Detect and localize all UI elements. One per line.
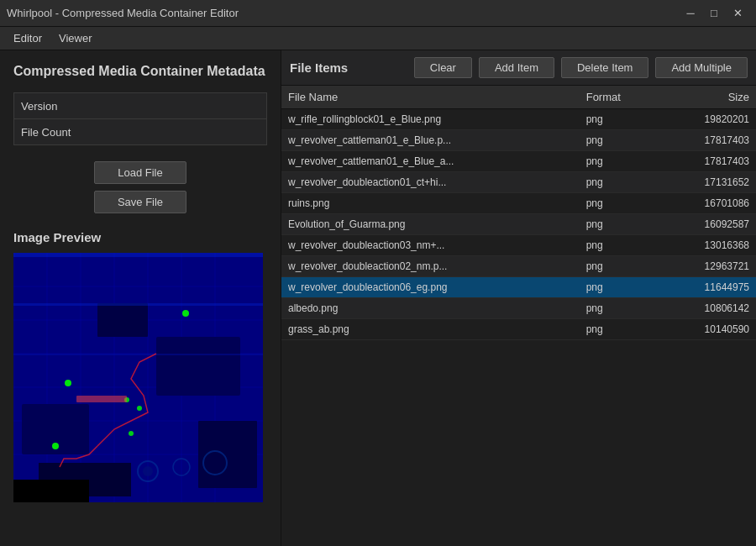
file-size-cell: 10806142 — [659, 298, 756, 319]
file-format-cell: png — [580, 193, 659, 214]
file-name-cell: w_revolver_doubleaction03_nm+... — [281, 235, 580, 256]
file-format-cell: png — [580, 277, 659, 298]
file-size-cell: 12963721 — [659, 256, 756, 277]
svg-rect-28 — [76, 396, 127, 402]
svg-rect-16 — [156, 337, 240, 396]
table-row[interactable]: Evolution_of_Guarma.pngpng16092587 — [281, 214, 756, 235]
add-multiple-button[interactable]: Add Multiple — [655, 57, 748, 78]
file-items-table: File Name Format Size w_rifle_rollingblo… — [281, 86, 756, 340]
titlebar: Whirlpool - Compressed Media Container E… — [0, 0, 756, 27]
add-item-button[interactable]: Add Item — [479, 57, 554, 78]
file-format-cell: png — [580, 109, 659, 130]
file-size-cell: 19820201 — [659, 109, 756, 130]
minimize-button[interactable]: ─ — [679, 2, 702, 25]
file-name-cell: albedo.png — [281, 298, 580, 319]
save-file-button[interactable]: Save File — [94, 191, 186, 213]
table-row[interactable]: ruins.pngpng16701086 — [281, 193, 756, 214]
file-count-input[interactable] — [88, 126, 260, 139]
file-name-cell: grass_ab.png — [281, 319, 580, 340]
table-row[interactable]: w_revolver_doubleaction06_eg.pngpng11644… — [281, 277, 756, 298]
file-table-container[interactable]: File Name Format Size w_rifle_rollingblo… — [281, 86, 756, 546]
preview-image — [13, 253, 263, 502]
file-size-cell: 10140590 — [659, 319, 756, 340]
main-layout: Compressed Media Container Metadata Vers… — [0, 50, 756, 546]
table-row[interactable]: w_revolver_cattleman01_e_Blue.p...png178… — [281, 130, 756, 151]
menu-item-viewer[interactable]: Viewer — [50, 29, 101, 48]
file-format-cell: png — [580, 298, 659, 319]
version-field-row: Version — [13, 92, 267, 119]
svg-point-22 — [65, 380, 71, 386]
file-name-cell: w_revolver_doubleaction01_ct+hi... — [281, 172, 580, 193]
image-preview-box — [13, 253, 263, 502]
table-body: w_rifle_rollingblock01_e_Blue.pngpng1982… — [281, 109, 756, 340]
file-items-toolbar: File Items Clear Add Item Delete Item Ad… — [281, 50, 756, 86]
file-name-cell: w_revolver_cattleman01_e_Blue.p... — [281, 130, 580, 151]
svg-rect-21 — [13, 354, 263, 355]
svg-point-30 — [143, 466, 153, 476]
file-size-cell: 17131652 — [659, 172, 756, 193]
left-panel: Compressed Media Container Metadata Vers… — [0, 50, 281, 546]
file-buttons: Load File Save File — [13, 161, 267, 213]
file-format-cell: png — [580, 256, 659, 277]
svg-point-23 — [182, 310, 189, 317]
menu-item-editor[interactable]: Editor — [5, 29, 50, 48]
file-size-cell: 16701086 — [659, 193, 756, 214]
file-count-label: File Count — [21, 126, 88, 139]
svg-rect-15 — [97, 303, 148, 337]
file-name-cell: w_revolver_doubleaction02_nm.p... — [281, 256, 580, 277]
file-name-cell: Evolution_of_Guarma.png — [281, 214, 580, 235]
table-row[interactable]: w_rifle_rollingblock01_e_Blue.pngpng1982… — [281, 109, 756, 130]
file-count-field-row: File Count — [13, 118, 267, 145]
table-row[interactable]: albedo.pngpng10806142 — [281, 298, 756, 319]
table-row[interactable]: w_revolver_cattleman01_e_Blue_a...png178… — [281, 151, 756, 172]
file-format-cell: png — [580, 235, 659, 256]
menubar: EditorViewer — [0, 27, 756, 50]
svg-point-26 — [129, 431, 134, 436]
image-preview-label: Image Preview — [13, 230, 267, 244]
table-header-row: File Name Format Size — [281, 86, 756, 109]
maximize-button[interactable]: □ — [702, 2, 726, 25]
svg-rect-20 — [13, 303, 263, 306]
file-name-cell: w_revolver_doubleaction06_eg.png — [281, 277, 580, 298]
file-format-cell: png — [580, 151, 659, 172]
file-size-cell: 17817403 — [659, 130, 756, 151]
file-size-cell: 11644975 — [659, 277, 756, 298]
file-size-cell: 16092587 — [659, 214, 756, 235]
svg-point-27 — [52, 443, 59, 449]
file-format-cell: png — [580, 214, 659, 235]
file-items-title: File Items — [290, 60, 407, 75]
version-input[interactable] — [88, 100, 260, 113]
delete-item-button[interactable]: Delete Item — [561, 57, 648, 78]
col-header-size: Size — [659, 86, 756, 109]
svg-rect-33 — [13, 480, 89, 502]
file-name-cell: w_revolver_cattleman01_e_Blue_a... — [281, 151, 580, 172]
metadata-title: Compressed Media Container Metadata — [13, 64, 267, 79]
load-file-button[interactable]: Load File — [94, 161, 186, 184]
file-format-cell: png — [580, 319, 659, 340]
svg-rect-19 — [13, 253, 263, 257]
file-format-cell: png — [580, 172, 659, 193]
close-button[interactable]: ✕ — [726, 2, 749, 25]
col-header-format: Format — [580, 86, 659, 109]
table-row[interactable]: w_revolver_doubleaction02_nm.p...png1296… — [281, 256, 756, 277]
file-size-cell: 13016368 — [659, 235, 756, 256]
right-panel: File Items Clear Add Item Delete Item Ad… — [281, 50, 756, 546]
file-name-cell: w_rifle_rollingblock01_e_Blue.png — [281, 109, 580, 130]
file-size-cell: 17817403 — [659, 151, 756, 172]
window-title: Whirlpool - Compressed Media Container E… — [7, 7, 679, 19]
table-row[interactable]: w_revolver_doubleaction01_ct+hi...png171… — [281, 172, 756, 193]
svg-point-25 — [137, 406, 142, 411]
version-label: Version — [21, 100, 88, 113]
file-name-cell: ruins.png — [281, 193, 580, 214]
col-header-name: File Name — [281, 86, 580, 109]
table-row[interactable]: w_revolver_doubleaction03_nm+...png13016… — [281, 235, 756, 256]
file-format-cell: png — [580, 130, 659, 151]
table-row[interactable]: grass_ab.pngpng10140590 — [281, 319, 756, 340]
clear-button[interactable]: Clear — [414, 57, 472, 78]
